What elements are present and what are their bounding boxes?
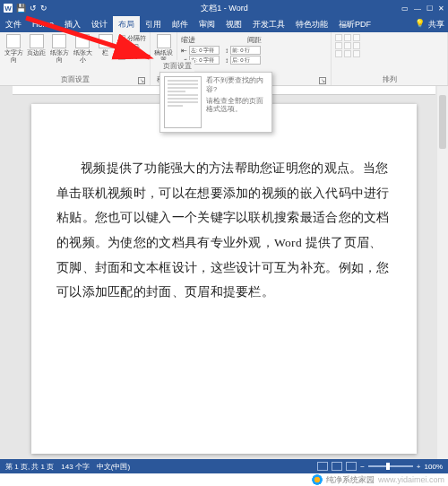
word-app-icon: W <box>4 4 13 13</box>
spacing-before-input[interactable]: ↕前: 0 行 <box>225 46 261 55</box>
tab-foxitpdf[interactable]: 福昕PDF <box>333 16 376 32</box>
paper-settings-button[interactable]: 稿纸设置 <box>154 34 173 63</box>
watermark-url: www.yidaimei.com <box>378 475 444 484</box>
indent-heading: 缩进 <box>181 35 195 45</box>
tab-file[interactable]: 文件 <box>0 16 27 32</box>
spacing-after-input[interactable]: ↕后: 0 行 <box>225 56 261 65</box>
tab-review[interactable]: 审阅 <box>194 16 220 32</box>
tooltip-thumbnail <box>164 76 202 128</box>
margins-button[interactable]: 页边距 <box>27 34 47 56</box>
window-title: 文档1 - Word <box>47 3 401 14</box>
tab-view[interactable]: 视图 <box>220 16 247 32</box>
page[interactable]: 视频提供了功能强大的方法帮助您证明您的观点。当您单击联机视频时，可以在想要添加的… <box>31 104 417 454</box>
status-page[interactable]: 第 1 页, 共 1 页 <box>5 462 54 472</box>
zoom-slider[interactable] <box>368 465 413 467</box>
indent-left-input[interactable]: ⇤左: 0 字符 <box>181 46 220 55</box>
document-area: 视频提供了功能强大的方法帮助您证明您的观点。当您单击联机视频时，可以在想要添加的… <box>0 95 448 459</box>
ribbon-tab-bar: 文件 Home 插入 设计 布局 引用 邮件 审阅 视图 开发工具 特色功能 福… <box>0 16 448 32</box>
qat-undo-icon[interactable]: ↺ <box>30 4 37 13</box>
qat-redo-icon[interactable]: ↻ <box>40 4 47 13</box>
view-read-mode-icon[interactable] <box>317 462 328 471</box>
view-print-layout-icon[interactable] <box>332 462 342 471</box>
watermark-bar: 纯净系统家园 www.yidaimei.com <box>0 473 448 486</box>
text-direction-button[interactable]: 文字方向 <box>4 34 24 63</box>
tab-mailings[interactable]: 邮件 <box>167 16 194 32</box>
line-numbers-button[interactable]: 行号 <box>118 43 146 51</box>
share-button[interactable]: 共享 <box>428 19 444 30</box>
zoom-out-icon[interactable]: − <box>360 463 365 471</box>
breaks-button[interactable]: 分隔符 <box>118 34 146 42</box>
tab-developer[interactable]: 开发工具 <box>247 16 290 32</box>
status-bar: 第 1 页, 共 1 页 143 个字 中文(中国) − + 100% <box>0 459 448 473</box>
zoom-level[interactable]: 100% <box>425 463 443 471</box>
group-arrange: 排列 <box>332 32 448 85</box>
wrap-text-button[interactable] <box>335 42 360 49</box>
watermark-brand: 纯净系统家园 <box>326 474 375 486</box>
group-label-arrange: 排列 <box>335 74 444 85</box>
columns-button[interactable]: 栏 <box>95 34 116 56</box>
page-setup-tooltip: 页面设置 看不到要查找的内容? 请检查全部的页面格式选项。 <box>159 72 272 133</box>
scrollbar-thumb[interactable] <box>439 95 446 149</box>
hyphenation-button[interactable]: 断字 <box>118 52 146 60</box>
zoom-in-icon[interactable]: + <box>417 463 421 471</box>
watermark-logo-icon <box>312 474 323 485</box>
tooltip-line1: 看不到要查找的内容? <box>206 76 268 94</box>
close-icon[interactable]: ✕ <box>438 4 444 13</box>
tab-references[interactable]: 引用 <box>140 16 167 32</box>
ribbon-options-icon[interactable]: ▭ <box>401 4 409 13</box>
spacing-heading: 间距 <box>247 35 262 45</box>
status-word-count[interactable]: 143 个字 <box>61 462 90 472</box>
body-paragraph[interactable]: 视频提供了功能强大的方法帮助您证明您的观点。当您单击联机视频时，可以在想要添加的… <box>56 156 392 305</box>
title-bar: W 💾 ↺ ↻ 文档1 - Word ▭ — ☐ ✕ <box>0 0 448 16</box>
qat-save-icon[interactable]: 💾 <box>16 4 26 13</box>
align-button[interactable] <box>335 50 360 57</box>
tell-me-icon[interactable]: 💡 <box>415 19 425 30</box>
group-label-page-setup: 页面设置 ↘ <box>4 74 146 85</box>
view-web-layout-icon[interactable] <box>346 462 357 471</box>
tab-features[interactable]: 特色功能 <box>290 16 333 32</box>
minimize-icon[interactable]: — <box>414 4 421 13</box>
group-page-setup: 文字方向 页边距 纸张方向 纸张大小 栏 分隔符 行号 断字 页面设置 ↘ <box>0 32 151 85</box>
tab-insert[interactable]: 插入 <box>59 16 86 32</box>
paragraph-launcher-icon[interactable]: ↘ <box>319 77 326 84</box>
size-button[interactable]: 纸张大小 <box>73 34 93 63</box>
status-language[interactable]: 中文(中国) <box>97 462 130 472</box>
page-setup-launcher-icon[interactable]: ↘ <box>138 77 145 84</box>
orientation-button[interactable]: 纸张方向 <box>49 34 70 63</box>
vertical-scrollbar[interactable] <box>437 86 448 459</box>
tab-home[interactable]: Home <box>27 16 59 32</box>
tooltip-line2: 请检查全部的页面格式选项。 <box>206 97 268 115</box>
maximize-icon[interactable]: ☐ <box>426 4 433 13</box>
position-button[interactable] <box>335 34 360 41</box>
tooltip-title: 页面设置 <box>160 60 194 72</box>
tab-layout[interactable]: 布局 <box>113 16 140 32</box>
tab-design[interactable]: 设计 <box>86 16 113 32</box>
